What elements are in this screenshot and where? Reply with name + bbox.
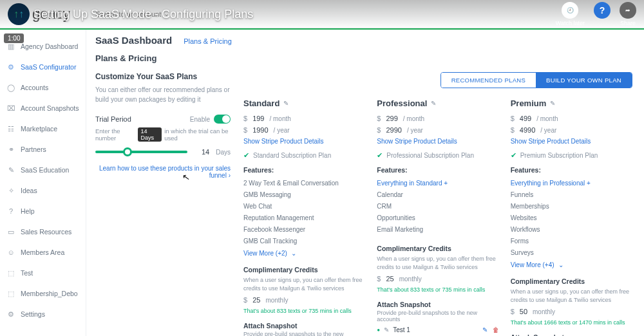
check-icon: ✔: [377, 151, 383, 160]
snapshot-desc: Provide pre-build snapshots to the new a…: [377, 310, 498, 322]
credits-estimate: That's about 833 texts or 735 mins in ca…: [243, 308, 365, 314]
sidebar-icon: ⚙: [6, 62, 15, 71]
sidebar-item-ideas[interactable]: ✧Ideas: [0, 180, 86, 201]
sidebar-icon: ?: [6, 207, 15, 216]
snapshot-icon: ✎: [384, 326, 389, 333]
features-heading: Features:: [511, 166, 632, 174]
sidebar-item-label: Sales Resources: [21, 228, 71, 236]
credits-heading: Complimentary Credits: [511, 277, 632, 285]
feature-list: Everything in Professional +FunnelsMembe…: [511, 178, 632, 259]
credits-desc: When a user signs up, you can offer them…: [243, 276, 365, 292]
price-year: 2990: [386, 126, 401, 134]
credits-estimate: That's about 1666 texts or 1470 mins in …: [511, 319, 632, 326]
plan-premium: Premium✎$499/ month$4990/ yearShow Strip…: [511, 98, 632, 336]
credits-estimate: That's about 833 texts or 735 mins in ca…: [377, 286, 498, 293]
credits-amount: 25: [252, 296, 260, 304]
plan-name: Standard: [243, 98, 279, 108]
sidebar-item-help[interactable]: ?Help: [0, 201, 86, 221]
sidebar-item-label: Settings: [21, 310, 45, 318]
sidebar-item-settings[interactable]: ⚙Settings: [0, 304, 86, 324]
sidebar-icon: ☺: [6, 248, 15, 257]
price-year: 4990: [520, 126, 535, 134]
delete-snapshot-icon[interactable]: 🗑: [493, 326, 499, 333]
edit-snapshot-icon[interactable]: ✎: [482, 326, 488, 333]
sidebar-item-membership-debo[interactable]: ⬚Membership_Debo: [0, 283, 86, 304]
plan-name: Professional: [377, 98, 427, 108]
stripe-details-link[interactable]: Show Stripe Product Details: [377, 138, 498, 145]
credits-amount: 50: [520, 308, 527, 315]
chevron-down-icon: ⌄: [164, 10, 169, 18]
section-title: Plans & Pricing: [95, 53, 632, 63]
learn-link[interactable]: Learn how to use these products in your …: [95, 165, 231, 179]
sidebar-icon: ▭: [6, 227, 15, 236]
edit-icon[interactable]: ✎: [431, 100, 436, 107]
stripe-details-link[interactable]: Show Stripe Product Details: [511, 138, 632, 145]
sidebar-item-saas-configurator[interactable]: ⚙SaaS Configurator: [0, 57, 86, 77]
sidebar-item-label: Ideas: [21, 187, 37, 194]
sidebar-icon: ⬚: [6, 289, 15, 298]
stripe-details-link[interactable]: Show Stripe Product Details: [243, 138, 365, 145]
breadcrumb-sub[interactable]: Plans & Pricing: [184, 37, 232, 45]
sidebar-item-label: Help: [21, 207, 35, 215]
price-month: 499: [520, 115, 531, 122]
check-icon: ✔: [511, 151, 516, 160]
credits-heading: Complimentary Credits: [377, 245, 498, 252]
trial-days-pill: 14 Days: [138, 127, 162, 142]
credits-desc: When a user signs up, you can offer them…: [511, 288, 632, 304]
sidebar-item-sales-resources[interactable]: ▭Sales Resources: [0, 221, 86, 242]
edit-icon[interactable]: ✎: [550, 100, 555, 107]
chevron-down-icon: ⌄: [291, 250, 296, 257]
sidebar-icon: ▥: [6, 42, 15, 51]
tab-recommended[interactable]: RECOMMENDED PLANS: [441, 73, 536, 88]
sidebar-item-members-area[interactable]: ☺Members Area: [0, 242, 86, 263]
sidebar-item-label: Agency Dashboard: [21, 42, 78, 50]
sidebar-item-accounts[interactable]: ◯Accounts: [0, 77, 86, 98]
sidebar-item-saas-education[interactable]: ✎SaaS Education: [0, 160, 86, 180]
view-more-link[interactable]: View More (+4) ⌄: [511, 261, 632, 268]
sidebar-item-label: Test: [21, 269, 33, 277]
price-month: 299: [386, 115, 397, 122]
sidebar-item-partners[interactable]: ⚭Partners: [0, 139, 86, 160]
switch-account-dropdown[interactable]: Switch to an account ⌄: [96, 10, 170, 18]
customize-desc: You can either offer our recommended pla…: [95, 85, 231, 104]
plan-name: Premium: [511, 98, 547, 108]
edit-icon[interactable]: ✎: [283, 100, 289, 107]
sidebar-item-label: Partners: [21, 145, 46, 153]
snapshot-heading: Attach Snapshot: [243, 322, 365, 330]
chevron-down-icon: ⌄: [558, 261, 564, 268]
plan-professional: Professional✎$299/ month$2990/ yearShow …: [377, 98, 498, 336]
price-month: 199: [252, 115, 264, 122]
feature-list: 2 Way Text & Email ConversationGMB Messa…: [243, 178, 365, 247]
feature-list: Everything in Standard +CalendarCRMOppor…: [377, 178, 498, 236]
snapshot-heading: Attach Snapshot: [377, 301, 498, 308]
plan-mode-tabs: RECOMMENDED PLANS BUILD YOUR OWN PLAN: [440, 72, 632, 88]
sidebar-item-label: Marketplace: [21, 125, 57, 133]
features-heading: Features:: [377, 166, 498, 174]
trial-enable-toggle[interactable]: [214, 115, 231, 124]
sidebar-icon: ⚭: [6, 145, 15, 154]
credits-amount: 25: [386, 275, 393, 283]
sidebar-item-label: SaaS Education: [21, 166, 69, 174]
credits-desc: When a user signs up, you can offer them…: [377, 255, 498, 271]
check-icon: ✔: [243, 151, 249, 160]
sidebar-icon: ⌧: [6, 104, 15, 113]
sidebar-item-account-snapshots[interactable]: ⌧Account Snapshots: [0, 98, 86, 118]
trial-slider[interactable]: [95, 151, 187, 153]
sidebar-icon: ⬚: [6, 268, 15, 277]
sidebar-item-label: Accounts: [21, 84, 48, 91]
sidebar-icon: ✧: [6, 186, 15, 195]
page-title: SaaS Dashboard: [95, 35, 172, 46]
trial-desc: Enter the number 14 Days in which the tr…: [95, 127, 231, 142]
sidebar-icon: ☷: [6, 124, 15, 133]
brand-name: gency: [32, 6, 70, 23]
snapshot-heading: Attach Snapshot: [511, 333, 632, 336]
tab-build-own[interactable]: BUILD YOUR OWN PLAN: [536, 73, 632, 88]
dot-icon: ●: [377, 327, 380, 333]
logo-icon: ↑↑: [8, 3, 30, 25]
view-more-link[interactable]: View More (+2) ⌄: [243, 250, 365, 257]
sidebar-item-test[interactable]: ⬚Test: [0, 263, 86, 283]
snapshot-name: Test 1: [393, 326, 410, 333]
sidebar-item-marketplace[interactable]: ☷Marketplace: [0, 118, 86, 139]
sidebar-item-label: SaaS Configurator: [21, 63, 76, 71]
sidebar-item-label: Account Snapshots: [21, 104, 79, 112]
